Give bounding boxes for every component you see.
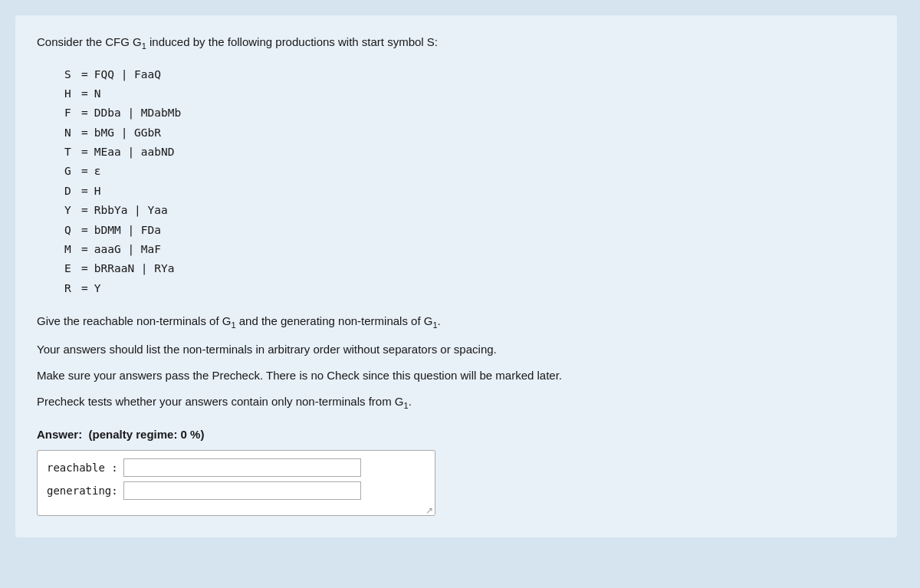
production-T: T = MEaa | aabND (64, 143, 876, 162)
answer-box: reachable : generating: ↗ (37, 450, 435, 516)
prod-rhs-H: N (94, 84, 101, 103)
resize-handle: ↗ (426, 506, 433, 514)
prod-lhs-R: R (64, 279, 75, 298)
prod-eq-E: = (81, 259, 88, 278)
prod-eq-T: = (81, 143, 88, 162)
production-F: F = DDba | MDabMb (64, 103, 876, 123)
prod-lhs-E: E (64, 259, 75, 278)
prod-rhs-Y: RbbYa | Yaa (94, 201, 168, 220)
prod-rhs-T: MEaa | aabND (94, 143, 175, 162)
reachable-label: reachable : (47, 462, 123, 474)
main-container: Consider the CFG G1 induced by the follo… (15, 15, 897, 537)
reachable-row: reachable : (47, 458, 426, 477)
penalty-text: (penalty regime: 0 %) (89, 428, 205, 441)
prod-rhs-F: DDba | MDabMb (94, 103, 182, 123)
prod-eq-H: = (81, 84, 88, 103)
prod-eq-N: = (81, 123, 88, 143)
production-M: M = aaaG | MaF (64, 240, 876, 259)
prod-eq-M: = (81, 240, 88, 259)
prod-eq-D: = (81, 182, 88, 201)
prod-eq-Y: = (81, 201, 88, 220)
prod-lhs-Y: Y (64, 201, 75, 220)
prod-lhs-S: S (64, 65, 75, 84)
prod-lhs-M: M (64, 240, 75, 259)
generating-input[interactable] (123, 481, 361, 500)
prod-lhs-G: G (64, 162, 75, 181)
production-Y: Y = RbbYa | Yaa (64, 201, 876, 220)
answer-label: Answer: (penalty regime: 0 %) (37, 428, 876, 441)
question-3: Make sure your answers pass the Precheck… (37, 366, 876, 385)
production-Q: Q = bDMM | FDa (64, 221, 876, 240)
prod-eq-S: = (81, 65, 88, 84)
prod-eq-Q: = (81, 221, 88, 240)
production-E: E = bRRaaN | RYa (64, 259, 876, 278)
question-2: Your answers should list the non-termina… (37, 340, 876, 359)
productions-block: S = FQQ | FaaQ H = N F = DDba | MDabMb N… (64, 65, 876, 299)
answer-section: Answer: (penalty regime: 0 %) reachable … (37, 428, 876, 516)
generating-row: generating: (47, 481, 426, 500)
prod-eq-F: = (81, 103, 88, 123)
production-H: H = N (64, 84, 876, 103)
question-1: Give the reachable non-terminals of G1 a… (37, 312, 876, 333)
reachable-input[interactable] (123, 458, 361, 477)
prod-eq-G: = (81, 162, 88, 181)
production-R: R = Y (64, 279, 876, 298)
prod-rhs-E: bRRaaN | RYa (94, 259, 175, 278)
question-4: Precheck tests whether your answers cont… (37, 393, 876, 413)
prod-eq-R: = (81, 279, 88, 298)
prod-rhs-Q: bDMM | FDa (94, 221, 161, 240)
prod-lhs-T: T (64, 143, 75, 162)
prod-lhs-F: F (64, 103, 75, 123)
production-G: G = ε (64, 162, 876, 181)
production-S: S = FQQ | FaaQ (64, 65, 876, 84)
prod-lhs-H: H (64, 84, 75, 103)
prod-lhs-N: N (64, 123, 75, 143)
prod-rhs-S: FQQ | FaaQ (94, 65, 161, 84)
intro-paragraph: Consider the CFG G1 induced by the follo… (37, 34, 876, 53)
prod-rhs-R: Y (94, 279, 101, 298)
prod-rhs-N: bMG | GGbR (94, 123, 161, 143)
prod-rhs-M: aaaG | MaF (94, 240, 161, 259)
prod-rhs-D: H (94, 182, 101, 201)
prod-lhs-D: D (64, 182, 75, 201)
prod-rhs-G: ε (94, 162, 101, 181)
prod-lhs-Q: Q (64, 221, 75, 240)
production-N: N = bMG | GGbR (64, 123, 876, 143)
production-D: D = H (64, 182, 876, 201)
generating-label: generating: (47, 485, 123, 497)
